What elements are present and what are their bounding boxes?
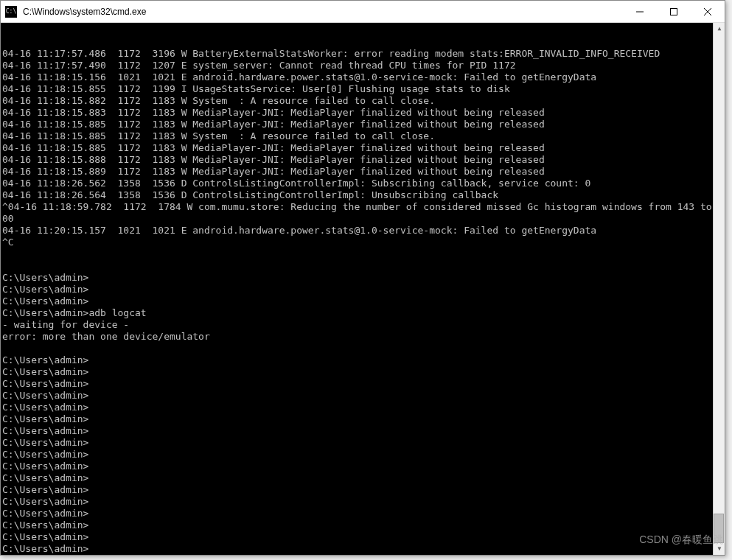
close-icon xyxy=(704,8,711,15)
scroll-down-arrow-icon[interactable]: ▼ xyxy=(714,543,725,555)
log-line: 04-16 11:18:15.885 1172 1183 W System : … xyxy=(2,130,725,142)
log-line: 04-16 11:18:15.855 1172 1199 I UsageStat… xyxy=(2,83,725,95)
terminal-area[interactable]: 04-16 11:17:57.486 1172 3196 W BatteryEx… xyxy=(1,23,725,555)
prompt-line: C:\Users\admin> xyxy=(2,402,725,413)
log-line: 04-16 11:18:15.889 1172 1183 W MediaPlay… xyxy=(2,166,725,178)
prompt-line: C:\Users\admin> xyxy=(2,284,725,295)
scrollbar-thumb[interactable] xyxy=(714,514,724,543)
titlebar[interactable]: C:\ C:\Windows\system32\cmd.exe xyxy=(1,1,725,23)
prompt-line: C:\Users\admin> xyxy=(2,531,725,543)
prompt-line xyxy=(2,343,725,354)
log-line: 04-16 11:17:57.490 1172 1207 E system_se… xyxy=(2,60,725,71)
prompt-line: C:\Users\admin> xyxy=(2,496,725,508)
window-controls xyxy=(623,1,725,22)
prompt-line: C:\Users\admin> xyxy=(2,472,725,484)
maximize-button[interactable] xyxy=(657,1,691,22)
log-line: 04-16 11:18:15.883 1172 1183 W MediaPlay… xyxy=(2,107,725,119)
prompt-line: C:\Users\admin> xyxy=(2,519,725,531)
prompt-line: C:\Users\admin>adb logcat xyxy=(2,307,725,319)
prompt-line: C:\Users\admin> xyxy=(2,543,725,555)
prompt-line: C:\Users\admin> xyxy=(2,437,725,449)
prompt-line: C:\Users\admin> xyxy=(2,272,725,284)
log-output: 04-16 11:17:57.486 1172 3196 W BatteryEx… xyxy=(2,48,725,248)
maximize-icon xyxy=(670,8,677,15)
prompt-line: C:\Users\admin> xyxy=(2,484,725,496)
log-line: 04-16 11:18:26.562 1358 1536 D ControlsL… xyxy=(2,178,725,189)
log-line: 04-16 11:18:15.885 1172 1183 W MediaPlay… xyxy=(2,119,725,130)
log-line: 04-16 11:18:26.564 1358 1536 D ControlsL… xyxy=(2,189,725,201)
log-line: 04-16 11:17:57.486 1172 3196 W BatteryEx… xyxy=(2,48,725,60)
log-line: 04-16 11:18:15.156 1021 1021 E android.h… xyxy=(2,71,725,83)
prompt-line: C:\Users\admin> xyxy=(2,449,725,461)
prompt-line: C:\Users\admin> xyxy=(2,508,725,519)
log-line: ^04-16 11:18:59.782 1172 1784 W com.mumu… xyxy=(2,201,725,225)
close-button[interactable] xyxy=(691,1,725,22)
window-title: C:\Windows\system32\cmd.exe xyxy=(21,7,623,17)
svg-rect-1 xyxy=(671,8,677,15)
log-line: ^C xyxy=(2,237,725,248)
prompt-line: C:\Users\admin> xyxy=(2,366,725,378)
prompt-line: C:\Users\admin> xyxy=(2,378,725,390)
scroll-up-arrow-icon[interactable]: ▲ xyxy=(714,23,725,35)
prompt-line: C:\Users\admin> xyxy=(2,354,725,366)
prompt-line: C:\Users\admin> xyxy=(2,461,725,472)
prompt-line: C:\Users\admin> xyxy=(2,295,725,307)
prompt-line: C:\Users\admin> xyxy=(2,413,725,425)
log-line: 04-16 11:20:15.157 1021 1021 E android.h… xyxy=(2,225,725,237)
minimize-button[interactable] xyxy=(623,1,657,22)
log-line: 04-16 11:18:15.888 1172 1183 W MediaPlay… xyxy=(2,154,725,166)
minimize-icon xyxy=(636,8,644,15)
vertical-scrollbar[interactable]: ▲ ▼ xyxy=(713,23,725,555)
cmd-window: C:\ C:\Windows\system32\cmd.exe 04-16 11… xyxy=(0,0,725,556)
cmd-icon: C:\ xyxy=(5,6,17,18)
prompt-line: C:\Users\admin> xyxy=(2,390,725,402)
prompt-line: error: more than one device/emulator xyxy=(2,331,725,343)
prompt-line: C:\Users\admin> xyxy=(2,425,725,437)
log-line: 04-16 11:18:15.885 1172 1183 W MediaPlay… xyxy=(2,142,725,154)
prompt-output: C:\Users\admin>C:\Users\admin>C:\Users\a… xyxy=(2,272,725,555)
log-line: 04-16 11:18:15.882 1172 1183 W System : … xyxy=(2,95,725,107)
prompt-line: - waiting for device - xyxy=(2,319,725,331)
